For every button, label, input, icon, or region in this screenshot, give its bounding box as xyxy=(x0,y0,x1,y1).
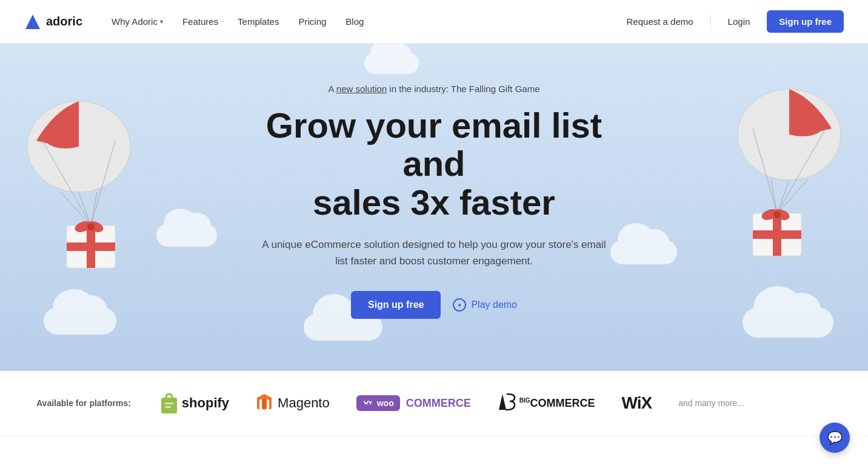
svg-rect-9 xyxy=(67,242,115,251)
cloud-2 xyxy=(156,224,217,247)
shopify-icon xyxy=(160,393,178,413)
svg-rect-25 xyxy=(161,398,177,413)
nav-blog[interactable]: Blog xyxy=(338,12,371,32)
woo-badge: woo xyxy=(356,395,400,411)
magento-text: Magento xyxy=(278,395,330,411)
bigcommerce-icon xyxy=(498,393,517,413)
nav-links: Why Adoric ▾ Features Templates Pricing … xyxy=(104,12,371,32)
svg-marker-0 xyxy=(25,15,40,29)
magento-icon xyxy=(256,393,273,413)
shopify-logo[interactable]: shopify xyxy=(160,393,229,413)
hero-demo-button[interactable]: ✦ Play demo xyxy=(453,298,517,312)
navbar: adoric Why Adoric ▾ Features Templates P… xyxy=(0,0,868,44)
and-more-text: and many more... xyxy=(678,398,744,408)
woocommerce-logo[interactable]: woo COMMERCE xyxy=(356,395,471,411)
svg-line-5 xyxy=(91,192,97,225)
platforms-label: Available for platforms: xyxy=(36,398,131,408)
svg-rect-26 xyxy=(165,403,173,404)
svg-rect-21 xyxy=(753,230,801,239)
signup-button[interactable]: Sign up free xyxy=(767,10,844,33)
platform-logos: shopify Magento woo COMMERCE xyxy=(160,393,832,413)
chat-icon: 💬 xyxy=(827,430,843,436)
svg-line-4 xyxy=(79,192,91,225)
cloud-1 xyxy=(44,307,116,335)
login-link[interactable]: Login xyxy=(721,12,758,32)
platforms-bar: Available for platforms: shopify Magento xyxy=(0,371,868,436)
wix-text: WiX xyxy=(622,393,652,413)
announcement-underline: new solution xyxy=(336,84,387,94)
svg-line-3 xyxy=(61,192,91,225)
parachute-right xyxy=(729,80,850,274)
cloud-5 xyxy=(743,307,833,338)
logo-text: adoric xyxy=(46,15,82,28)
bigcommerce-text: BIGCOMMERCE xyxy=(519,397,595,410)
request-demo-link[interactable]: Request a demo xyxy=(619,12,701,32)
navbar-right: Request a demo Login Sign up free xyxy=(619,10,844,33)
divider xyxy=(710,15,711,29)
nav-templates[interactable]: Templates xyxy=(230,12,286,32)
hero-announcement: A new solution in the industry: The Fall… xyxy=(258,84,610,94)
svg-point-28 xyxy=(362,398,373,409)
svg-point-12 xyxy=(87,223,95,230)
hero-content: A new solution in the industry: The Fall… xyxy=(246,47,622,368)
woo-icon xyxy=(362,398,373,409)
navbar-left: adoric Why Adoric ▾ Features Templates P… xyxy=(24,12,371,32)
shopify-text: shopify xyxy=(182,395,229,411)
svg-point-24 xyxy=(773,211,781,218)
hero-section: A new solution in the industry: The Fall… xyxy=(0,44,868,371)
svg-rect-27 xyxy=(165,406,171,408)
svg-line-16 xyxy=(777,180,789,213)
nav-why-adoric[interactable]: Why Adoric ▾ xyxy=(104,12,170,32)
logo-icon xyxy=(24,13,41,30)
commerce-text: COMMERCE xyxy=(406,397,471,410)
bigcommerce-logo[interactable]: BIGCOMMERCE xyxy=(498,393,595,413)
logo[interactable]: adoric xyxy=(24,13,82,30)
svg-line-15 xyxy=(771,180,777,213)
chevron-down-icon: ▾ xyxy=(160,18,163,25)
hero-buttons: Sign up free ✦ Play demo xyxy=(258,291,610,319)
wix-logo[interactable]: WiX xyxy=(622,393,652,413)
magento-logo[interactable]: Magento xyxy=(256,393,330,413)
parachute-left xyxy=(18,92,139,286)
play-icon: ✦ xyxy=(453,298,466,312)
svg-line-17 xyxy=(777,180,807,213)
woo-text: woo xyxy=(377,398,394,408)
hero-subtitle: A unique eCommerce solution designed to … xyxy=(258,236,610,269)
hero-title: Grow your email list and sales 3x faster xyxy=(258,106,610,222)
nav-features[interactable]: Features xyxy=(175,12,225,32)
hero-signup-button[interactable]: Sign up free xyxy=(351,291,441,319)
nav-pricing[interactable]: Pricing xyxy=(291,12,333,32)
